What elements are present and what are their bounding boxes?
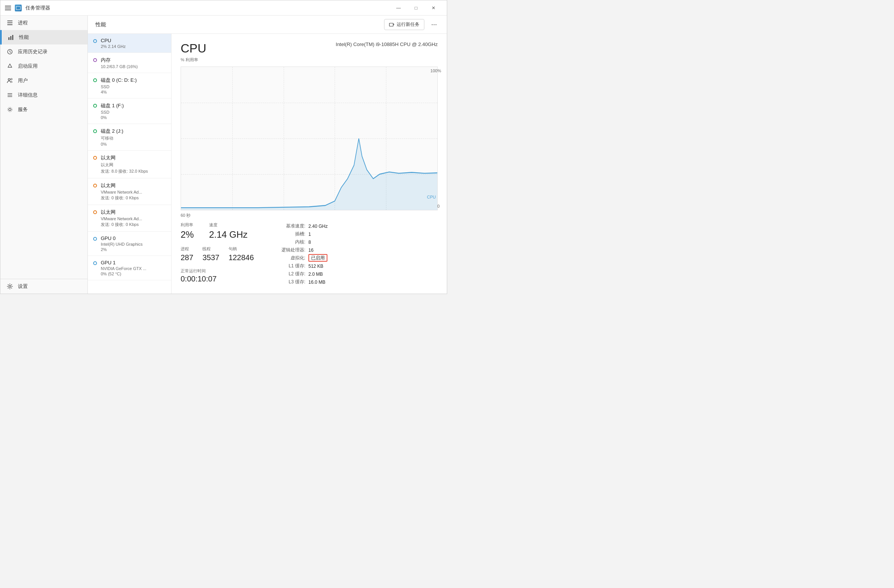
uptime-stat: 正常运行时间 0:00:10:07 — [181, 268, 254, 283]
close-button[interactable]: ✕ — [425, 2, 442, 14]
svg-point-14 — [9, 286, 11, 288]
eth0-info: 以太网 以太网 发送: 8.0 接收: 32.0 Kbps — [101, 154, 166, 174]
cpu-chart: 100% 0 CPU — [181, 67, 438, 210]
users-icon — [6, 77, 13, 84]
chart-0: 0 — [437, 204, 440, 208]
info-row-base-speed: 基准速度: 2.40 GHz — [281, 222, 328, 230]
l3-value: 16.0 MB — [308, 278, 328, 286]
settings-icon — [6, 283, 13, 290]
eth2-info: 以太网 VMware Network Ad... 发送: 0 接收: 0 Kbp… — [101, 209, 166, 227]
app-history-icon — [6, 48, 13, 55]
minimize-button[interactable]: — — [390, 2, 407, 14]
handles-stat: 句柄 122846 — [229, 246, 254, 262]
eth0-dot — [93, 156, 97, 160]
eth2-dot — [93, 210, 97, 214]
more-options-button[interactable]: ··· — [429, 20, 439, 29]
run-task-icon — [389, 22, 394, 27]
sidebar-label-settings: 设置 — [18, 283, 28, 290]
gpu0-info: GPU 0 Intel(R) UHD Graphics 2% — [101, 235, 166, 252]
disk2-info: 磁盘 2 (J:) 可移动 0% — [101, 128, 166, 146]
chart-time-label: 60 秒 — [181, 213, 438, 218]
info-row-cores: 内核: 8 — [281, 238, 328, 246]
util-speed-row: 利用率 2% 速度 2.14 GHz — [181, 222, 254, 240]
main-header-title: 性能 — [95, 21, 106, 28]
app-icon — [15, 5, 22, 11]
sidebar: 进程 性能 应用历史记 — [0, 16, 88, 294]
device-item-gpu1[interactable]: GPU 1 NVIDIA GeForce GTX ... 0% (52 °C) — [88, 256, 171, 280]
cpu-title: CPU — [181, 41, 206, 56]
stats-area: 利用率 2% 速度 2.14 GHz 进程 — [181, 222, 438, 286]
performance-panel: CPU Intel(R) Core(TM) i9-10885H CPU @ 2.… — [171, 34, 447, 294]
app-title: 任务管理器 — [25, 5, 50, 11]
l1-label: L1 缓存: — [281, 262, 308, 270]
svg-rect-1 — [7, 22, 13, 23]
device-item-disk0[interactable]: 磁盘 0 (C: D: E:) SSD 4% — [88, 73, 171, 99]
sidebar-item-app-history[interactable]: 应用历史记录 — [0, 44, 87, 59]
device-item-disk1[interactable]: 磁盘 1 (F:) SSD 0% — [88, 99, 171, 124]
sidebar-item-startup[interactable]: 启动应用 — [0, 59, 87, 73]
threads-stat: 线程 3537 — [202, 246, 219, 262]
info-row-virt: 虚拟化: 已启用 — [281, 254, 328, 262]
run-task-button[interactable]: 运行新任务 — [384, 19, 424, 30]
svg-rect-15 — [389, 23, 393, 26]
svg-point-8 — [11, 78, 12, 80]
main-panel: 性能 运行新任务 ··· — [88, 16, 447, 294]
maximize-button[interactable]: □ — [407, 2, 425, 14]
title-bar: 任务管理器 — □ ✕ — [0, 0, 447, 16]
eth1-info: 以太网 VMware Network Ad... 发送: 0 接收: 0 Kbp… — [101, 182, 166, 201]
left-stats: 利用率 2% 速度 2.14 GHz 进程 — [181, 222, 254, 283]
sidebar-label-services: 服务 — [18, 106, 28, 113]
cpu-info: CPU 2% 2.14 GHz — [101, 38, 166, 49]
virt-label: 虚拟化: — [281, 254, 308, 262]
gpu0-dot — [93, 237, 97, 241]
device-list: CPU 2% 2.14 GHz 内存 10.2/63.7 GB (16%) — [88, 34, 171, 294]
device-item-disk2[interactable]: 磁盘 2 (J:) 可移动 0% — [88, 124, 171, 151]
sidebar-item-details[interactable]: 详细信息 — [0, 88, 87, 102]
disk2-dot — [93, 129, 97, 133]
info-row-logical: 逻辑处理器: 16 — [281, 246, 328, 254]
title-bar-left: 任务管理器 — [5, 5, 390, 11]
l3-label: L3 缓存: — [281, 278, 308, 286]
sockets-value: 1 — [308, 230, 328, 238]
sidebar-item-settings[interactable]: 设置 — [0, 279, 87, 294]
svg-point-12 — [9, 108, 11, 111]
startup-icon — [6, 63, 13, 70]
sidebar-item-services[interactable]: 服务 — [0, 102, 87, 117]
info-row-l3: L3 缓存: 16.0 MB — [281, 278, 328, 286]
svg-rect-4 — [10, 36, 11, 40]
sidebar-item-performance[interactable]: 性能 — [0, 30, 87, 44]
cpu-dot — [93, 39, 97, 43]
sidebar-item-users[interactable]: 用户 — [0, 73, 87, 88]
device-item-cpu[interactable]: CPU 2% 2.14 GHz — [88, 34, 171, 53]
device-item-gpu0[interactable]: GPU 0 Intel(R) UHD Graphics 2% — [88, 232, 171, 256]
sidebar-label-details: 详细信息 — [18, 92, 38, 99]
info-row-l2: L2 缓存: 2.0 MB — [281, 270, 328, 278]
disk0-dot — [93, 78, 97, 82]
process-icon — [6, 19, 13, 26]
svg-rect-3 — [8, 37, 10, 40]
svg-rect-2 — [7, 24, 13, 25]
hamburger-icon[interactable] — [5, 6, 11, 10]
l2-value: 2.0 MB — [308, 270, 328, 278]
eth1-dot — [93, 184, 97, 188]
sidebar-item-process[interactable]: 进程 — [0, 16, 87, 30]
device-item-eth1[interactable]: 以太网 VMware Network Ad... 发送: 0 接收: 0 Kbp… — [88, 178, 171, 205]
device-item-memory[interactable]: 内存 10.2/63.7 GB (16%) — [88, 53, 171, 73]
services-icon — [6, 106, 13, 113]
device-item-eth0[interactable]: 以太网 以太网 发送: 8.0 接收: 32.0 Kbps — [88, 151, 171, 178]
memory-dot — [93, 58, 97, 62]
utilization-stat: 利用率 2% — [181, 222, 194, 240]
device-item-eth2[interactable]: 以太网 VMware Network Ad... 发送: 0 接收: 0 Kbp… — [88, 205, 171, 232]
l1-value: 512 KB — [308, 262, 328, 270]
cpu-info-table: 基准速度: 2.40 GHz 插槽: 1 内核: 8 — [281, 222, 328, 286]
main-body: CPU 2% 2.14 GHz 内存 10.2/63.7 GB (16%) — [88, 34, 447, 294]
svg-marker-16 — [181, 138, 437, 210]
base-speed-label: 基准速度: — [281, 222, 308, 230]
content: 进程 性能 应用历史记 — [0, 16, 447, 294]
sidebar-label-performance: 性能 — [19, 34, 29, 41]
cores-value: 8 — [308, 238, 328, 246]
proc-threads-handles-row: 进程 287 线程 3537 句柄 122846 — [181, 246, 254, 262]
cores-label: 内核: — [281, 238, 308, 246]
info-row-l1: L1 缓存: 512 KB — [281, 262, 328, 270]
svg-point-13 — [8, 107, 12, 112]
